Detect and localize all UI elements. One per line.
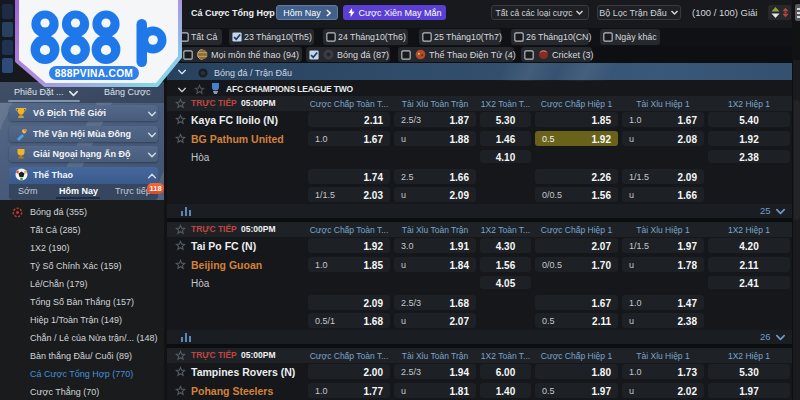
svg-text:888PVINA.COM: 888PVINA.COM xyxy=(55,68,133,79)
